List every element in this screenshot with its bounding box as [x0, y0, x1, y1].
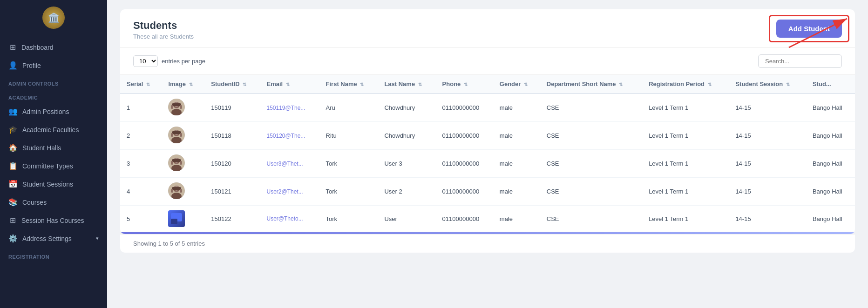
col-image[interactable]: Image ⇅ [162, 75, 204, 94]
entries-per-page-select[interactable]: 10 25 50 [133, 55, 158, 67]
chevron-down-icon: ▾ [96, 235, 99, 241]
sidebar-item-label: Profile [22, 62, 41, 69]
cell-session: 14-15 [729, 178, 806, 206]
admin-positions-icon: 👥 [8, 107, 18, 116]
cell-session: 14-15 [729, 206, 806, 232]
cell-gender: male [493, 150, 540, 178]
table-row: 3 150120 User3@Thet... Tork User 3 01100… [120, 150, 855, 178]
sidebar-item-courses[interactable]: 📚 Courses [0, 193, 107, 211]
cell-last-name: Chowdhury [378, 122, 435, 150]
cell-image [162, 206, 204, 232]
sidebar-item-label: Courses [22, 199, 47, 206]
section-academic: Academic [0, 88, 107, 102]
cell-serial: 1 [120, 94, 162, 122]
cell-gender: male [493, 122, 540, 150]
cell-hall: Bango Hall [806, 122, 855, 150]
sidebar-item-label: Committee Types [22, 162, 73, 170]
cell-gender: male [493, 178, 540, 206]
avatar [168, 182, 185, 199]
sidebar-item-student-sessions[interactable]: 📅 Student Sessions [0, 175, 107, 193]
students-table: Serial ⇅ Image ⇅ StudentID ⇅ Email ⇅ Fir… [120, 75, 855, 232]
col-stud[interactable]: Stud... [806, 75, 855, 94]
section-registration: Registration [0, 248, 107, 261]
cell-dept: CSE [540, 150, 642, 178]
cell-student-id: 150119 [204, 94, 260, 122]
col-email[interactable]: Email ⇅ [260, 75, 319, 94]
cell-first-name: Tork [319, 150, 378, 178]
table-header-row: Serial ⇅ Image ⇅ StudentID ⇅ Email ⇅ Fir… [120, 75, 855, 94]
sidebar-item-dashboard[interactable]: ⊞ Dashboard [0, 38, 107, 56]
svg-rect-33 [180, 189, 182, 193]
cell-student-id: 150121 [204, 178, 260, 206]
add-student-button[interactable]: Add Student [776, 20, 842, 38]
cell-dept: CSE [540, 206, 642, 232]
table-controls: 10 25 50 entries per page [120, 48, 855, 75]
svg-rect-7 [172, 103, 181, 106]
svg-rect-31 [172, 187, 181, 190]
cell-last-name: User 2 [378, 178, 435, 206]
search-input[interactable] [758, 54, 842, 68]
cell-dept: CSE [540, 94, 642, 122]
page-title: Students [133, 20, 194, 32]
col-serial[interactable]: Serial ⇅ [120, 75, 162, 94]
table-row: 4 150121 User2@Thet... Tork User 2 01100… [120, 178, 855, 206]
session-courses-icon: ⊞ [8, 216, 17, 225]
cell-image [162, 94, 204, 122]
address-icon: ⚙️ [8, 234, 18, 243]
students-table-wrapper: Serial ⇅ Image ⇅ StudentID ⇅ Email ⇅ Fir… [120, 75, 855, 234]
sidebar-item-student-halls[interactable]: 🏠 Student Halls [0, 139, 107, 157]
cell-serial: 4 [120, 178, 162, 206]
table-row: 2 150118 150120@The... Ritu Chowdhury 01… [120, 122, 855, 150]
profile-icon: 👤 [8, 61, 18, 70]
col-gender[interactable]: Gender ⇅ [493, 75, 540, 94]
col-student-id[interactable]: StudentID ⇅ [204, 75, 260, 94]
sidebar-item-profile[interactable]: 👤 Profile [0, 56, 107, 74]
cell-gender: male [493, 94, 540, 122]
cell-hall: Bango Hall [806, 94, 855, 122]
sidebar-item-label: Admin Positions [22, 108, 69, 115]
col-first-name[interactable]: First Name ⇅ [319, 75, 378, 94]
cell-reg-period: Level 1 Term 1 [642, 122, 729, 150]
sidebar-item-label: Session Has Courses [21, 217, 84, 224]
cell-gender: male [493, 206, 540, 232]
sidebar-item-academic-faculties[interactable]: 🎓 Academic Faculties [0, 121, 107, 139]
main-content: Students These all are Students Add Stud… [107, 0, 868, 308]
col-student-session[interactable]: Student Session ⇅ [729, 75, 806, 94]
halls-icon: 🏠 [8, 143, 18, 152]
entries-control: 10 25 50 entries per page [133, 55, 205, 67]
col-reg-period[interactable]: Registration Period ⇅ [642, 75, 729, 94]
cell-reg-period: Level 1 Term 1 [642, 206, 729, 232]
showing-entries-text: Showing 1 to 5 of 5 entries [133, 240, 205, 247]
cell-phone: 01100000000 [436, 94, 493, 122]
cell-hall: Bango Hall [806, 206, 855, 232]
svg-rect-23 [172, 159, 181, 162]
cell-email: 150120@The... [260, 122, 319, 150]
cell-reg-period: Level 1 Term 1 [642, 178, 729, 206]
svg-rect-35 [171, 219, 177, 224]
avatar [168, 127, 185, 143]
svg-rect-8 [171, 105, 173, 109]
cell-email: User3@Thet... [260, 150, 319, 178]
cell-reg-period: Level 1 Term 1 [642, 94, 729, 122]
sidebar-item-label: Student Sessions [22, 181, 73, 188]
sidebar-item-address-settings[interactable]: ⚙️ Address Settings ▾ [0, 229, 107, 248]
courses-icon: 📚 [8, 198, 18, 207]
avatar [168, 99, 185, 115]
cell-last-name: User [378, 206, 435, 232]
sidebar-item-session-has-courses[interactable]: ⊞ Session Has Courses [0, 211, 107, 229]
svg-rect-15 [172, 131, 181, 134]
sidebar-item-label: Student Halls [22, 144, 61, 152]
page-title-block: Students These all are Students [133, 20, 194, 40]
cell-first-name: Aru [319, 94, 378, 122]
cell-image [162, 178, 204, 206]
sidebar-item-admin-positions[interactable]: 👥 Admin Positions [0, 102, 107, 121]
svg-rect-16 [171, 133, 173, 137]
sidebar-item-label: Dashboard [21, 44, 54, 51]
col-last-name[interactable]: Last Name ⇅ [378, 75, 435, 94]
cell-last-name: Chowdhury [378, 94, 435, 122]
sidebar-item-committee-types[interactable]: 📋 Committee Types [0, 157, 107, 175]
cell-student-id: 150120 [204, 150, 260, 178]
table-row: 5 150122 User@Theto... Tork User 0110000… [120, 206, 855, 232]
col-phone[interactable]: Phone ⇅ [436, 75, 493, 94]
col-dept[interactable]: Department Short Name ⇅ [540, 75, 642, 94]
